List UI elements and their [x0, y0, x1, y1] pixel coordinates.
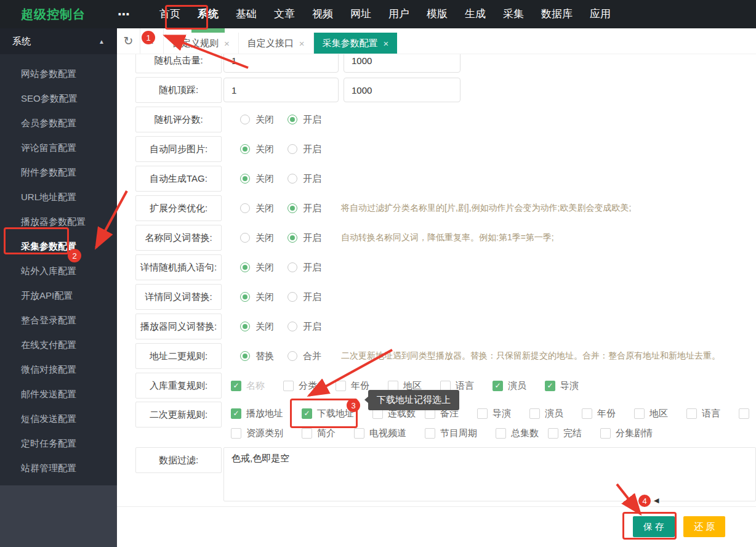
checkbox-icon[interactable]	[425, 408, 435, 419]
radio-icon[interactable]	[240, 203, 250, 213]
checkbox-option[interactable]: ✓名称	[231, 380, 283, 392]
nav-item[interactable]: 网址	[350, 0, 371, 28]
checkbox-icon[interactable]	[440, 381, 451, 391]
checkbox-icon[interactable]	[354, 428, 364, 439]
radio-icon[interactable]	[240, 322, 250, 331]
radio-icon[interactable]	[288, 292, 297, 302]
checkbox-option[interactable]: 语言	[440, 380, 493, 392]
nav-item[interactable]: 用户	[388, 0, 409, 28]
checkbox-option[interactable]	[739, 408, 756, 419]
sidebar-item[interactable]: 微信对接配置	[0, 357, 117, 382]
checkbox-icon[interactable]	[336, 381, 346, 391]
nav-item[interactable]: 首页	[159, 0, 180, 28]
radio-icon[interactable]	[288, 233, 297, 243]
sidebar-item[interactable]: 站外入库配置	[0, 259, 117, 283]
checkbox-icon[interactable]	[283, 381, 294, 391]
checkbox-icon[interactable]	[372, 408, 383, 419]
radio-option[interactable]: 开启	[288, 173, 335, 185]
checkbox-option[interactable]: 电视频道	[354, 427, 425, 439]
checkbox-icon[interactable]	[477, 408, 488, 419]
restore-button[interactable]: 还 原	[683, 516, 725, 537]
radio-option[interactable]: 开启	[288, 232, 335, 244]
sidebar-item[interactable]: 短信发送配置	[0, 407, 117, 431]
checkbox-icon[interactable]	[529, 408, 540, 419]
nav-item[interactable]: 基础	[236, 0, 257, 28]
checkbox-option[interactable]: 完结	[548, 427, 600, 439]
radio-icon[interactable]	[288, 322, 297, 331]
checkbox-icon[interactable]: ✓	[231, 381, 241, 391]
radio-option[interactable]: 关闭	[240, 291, 288, 303]
radio-icon[interactable]	[240, 144, 250, 154]
radio-option[interactable]: 开启	[288, 262, 335, 274]
nav-item[interactable]: 采集	[503, 0, 524, 28]
nav-item[interactable]: 视频	[312, 0, 333, 28]
sidebar-item[interactable]: 播放器参数配置	[0, 209, 117, 234]
radio-icon[interactable]	[240, 174, 250, 184]
radio-option[interactable]: 关闭	[240, 262, 288, 274]
radio-icon[interactable]	[288, 115, 297, 124]
tab[interactable]: 自定义规则×	[164, 33, 239, 54]
checkbox-icon[interactable]: ✓	[302, 408, 312, 419]
radio-option[interactable]: 关闭	[240, 321, 288, 333]
checkbox-icon[interactable]	[388, 381, 398, 391]
radio-option[interactable]: 关闭	[240, 114, 288, 126]
sidebar-item[interactable]: URL地址配置	[0, 185, 117, 209]
checkbox-option[interactable]: 连载数	[372, 408, 425, 419]
radio-icon[interactable]	[288, 351, 297, 361]
sidebar-item[interactable]: 整合登录配置	[0, 308, 117, 333]
checkbox-icon[interactable]	[548, 428, 558, 439]
close-icon[interactable]: ×	[224, 38, 230, 49]
checkbox-option[interactable]: ✓导演	[545, 380, 597, 392]
checkbox-icon[interactable]	[582, 408, 592, 419]
radio-option[interactable]: 开启	[288, 203, 335, 214]
checkbox-option[interactable]: 年份	[582, 408, 634, 419]
min-value-input[interactable]	[223, 78, 339, 102]
checkbox-option[interactable]: 地区	[634, 408, 686, 419]
refresh-icon[interactable]: ↻	[117, 28, 140, 54]
tab-active[interactable]: 采集参数配置×	[314, 33, 398, 54]
checkbox-icon[interactable]	[739, 408, 749, 419]
checkbox-option[interactable]: 语言	[686, 408, 739, 419]
radio-icon[interactable]	[240, 351, 250, 361]
radio-option[interactable]: 关闭	[240, 144, 288, 155]
checkbox-icon[interactable]	[496, 428, 506, 439]
radio-option[interactable]: 开启	[288, 114, 335, 126]
sidebar-item[interactable]: 网站参数配置	[0, 62, 117, 86]
checkbox-option[interactable]: 演员	[529, 408, 582, 419]
close-icon[interactable]: ×	[384, 38, 389, 49]
checkbox-option[interactable]: 节目周期	[425, 427, 496, 439]
close-icon[interactable]: ×	[299, 38, 305, 49]
radio-icon[interactable]	[288, 203, 297, 213]
sidebar-item[interactable]: 附件参数配置	[0, 160, 117, 185]
radio-icon[interactable]	[288, 174, 297, 184]
radio-option[interactable]: 关闭	[240, 232, 288, 244]
checkbox-icon[interactable]: ✓	[545, 381, 555, 391]
sidebar-header[interactable]: 系统 ▲	[0, 28, 117, 54]
nav-item[interactable]: 系统	[198, 0, 219, 28]
data-filter-textarea[interactable]	[223, 447, 756, 501]
radio-option[interactable]: 关闭	[240, 173, 288, 185]
checkbox-option[interactable]: 备注	[425, 408, 477, 419]
sidebar-item[interactable]: 会员参数配置	[0, 111, 117, 136]
checkbox-icon[interactable]	[425, 428, 435, 439]
checkbox-icon[interactable]: ✓	[493, 381, 503, 391]
radio-icon[interactable]	[240, 262, 250, 272]
checkbox-icon[interactable]	[686, 408, 697, 419]
radio-icon[interactable]	[288, 144, 297, 154]
checkbox-option[interactable]: ✓播放地址	[231, 408, 302, 419]
checkbox-icon[interactable]: ✓	[231, 408, 241, 419]
more-menu-icon[interactable]: ⋯	[118, 7, 131, 22]
chevron-left-icon[interactable]: ‹	[140, 28, 164, 54]
collapse-icon[interactable]: ▲	[99, 38, 105, 45]
checkbox-option[interactable]: 简介	[302, 427, 354, 439]
checkbox-option[interactable]: 地区	[388, 380, 440, 392]
checkbox-option[interactable]: 分集剧情	[600, 427, 653, 439]
sidebar-item[interactable]: 邮件发送配置	[0, 382, 117, 407]
nav-item[interactable]: 应用	[590, 0, 611, 28]
nav-item[interactable]: 模版	[427, 0, 448, 28]
checkbox-option[interactable]: 总集数	[496, 427, 548, 439]
sidebar-item[interactable]: 在线支付配置	[0, 333, 117, 357]
radio-option[interactable]: 替换	[240, 350, 288, 362]
checkbox-option[interactable]: 导演	[477, 408, 529, 419]
checkbox-option[interactable]: 年份	[336, 380, 388, 392]
